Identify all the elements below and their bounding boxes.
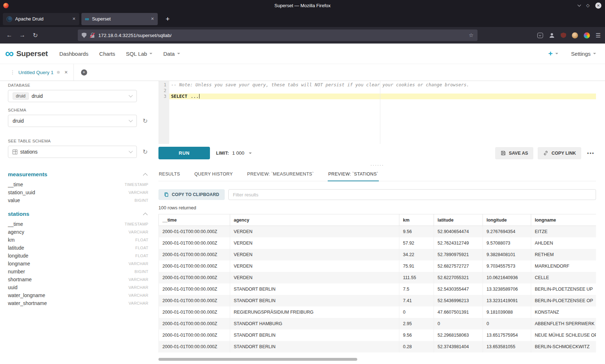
column-row: __timeTIMESTAMP — [8, 181, 148, 188]
window-close-icon[interactable]: ✕ — [595, 3, 601, 9]
extension-pinwheel-icon[interactable] — [584, 32, 590, 38]
settings-menu[interactable]: Settings — [571, 51, 596, 57]
database-select[interactable]: druid druid — [8, 90, 137, 102]
run-button[interactable]: RUN — [158, 147, 210, 159]
results-tab-results[interactable]: RESULTS — [158, 168, 180, 181]
limit-dropdown[interactable]: LIMIT: 1 000 — [216, 150, 252, 156]
profile-avatar-icon[interactable] — [572, 32, 578, 38]
browser-toolbar: ← → ↻ 172.18.0.4:32251/superset/sqllab/ … — [0, 27, 605, 44]
horizontal-scrollbar[interactable] — [158, 358, 357, 361]
query-tab-untitled-query-1[interactable]: ⋮ Untitled Query 1 ✕ — [8, 64, 74, 81]
table-cell: 2000-01-01T00:00:00.000Z — [159, 260, 230, 272]
results-tab-query-history[interactable]: QUERY HISTORY — [194, 168, 233, 181]
caret-down-icon — [149, 53, 152, 54]
bookmark-star-icon[interactable]: ☆ — [469, 32, 474, 38]
pocket-icon[interactable] — [537, 33, 543, 38]
nav-item-sql-lab[interactable]: SQL Lab — [126, 51, 153, 57]
nav-item-data[interactable]: Data — [163, 51, 180, 57]
column-header-longname[interactable]: longname — [531, 214, 596, 226]
table-cell: 52.7624312749 — [434, 237, 483, 249]
editor-code-area[interactable]: -- Note: Unless you save your query, the… — [169, 81, 596, 144]
hamburger-menu-icon[interactable]: ☰ — [596, 32, 601, 39]
collapse-chevron-icon[interactable] — [143, 213, 148, 217]
new-tab-button[interactable]: + — [163, 15, 172, 23]
column-type: TIMESTAMP — [125, 182, 148, 187]
tab-close-icon[interactable]: ✕ — [72, 17, 76, 21]
table-row: 2000-01-01T00:00:00.000ZVERDEN57.9252.76… — [159, 237, 596, 249]
limit-value: 1 000 — [232, 150, 245, 156]
sql-lab-main: DATABASE druid druid SCHEMA druid ↻ SEE … — [0, 81, 605, 364]
schema-select[interactable]: druid — [8, 115, 137, 127]
column-type: FLOAT — [135, 238, 148, 242]
table-row: 2000-01-01T00:00:00.000ZVERDEN34.2252.78… — [159, 249, 596, 260]
column-header-longitude[interactable]: longitude — [483, 214, 531, 226]
schema-table-header[interactable]: measurements — [8, 170, 148, 178]
url-text[interactable]: 172.18.0.4:32251/superset/sqllab/ — [98, 33, 171, 38]
query-tab-close-icon[interactable]: ✕ — [64, 70, 68, 75]
table-cell: 2000-01-01T00:00:00.000Z — [159, 226, 230, 237]
add-query-tab-button[interactable]: + — [81, 69, 87, 76]
nav-item-charts[interactable]: Charts — [99, 51, 115, 57]
refresh-table-icon[interactable]: ↻ — [143, 148, 148, 156]
editor-toolbar: RUN LIMIT: 1 000 SAVE AS COPY LINK ••• — [158, 147, 596, 159]
database-value: druid — [32, 93, 43, 99]
column-row: latitudeFLOAT — [8, 244, 148, 252]
table-cell: 13.3231419091 — [483, 295, 531, 306]
column-header-km[interactable]: km — [399, 214, 434, 226]
column-header-agency[interactable]: agency — [230, 214, 399, 226]
collapse-chevron-icon[interactable] — [143, 173, 148, 178]
results-tab-preview-stations[interactable]: PREVIEW: `STATIONS` — [328, 168, 378, 181]
account-icon[interactable] — [549, 32, 555, 38]
table-cell: 9.181039088 — [483, 306, 531, 318]
ublock-shield-icon[interactable] — [561, 32, 566, 38]
nav-item-dashboards[interactable]: Dashboards — [59, 51, 89, 57]
table-cell: BERLIN-PLOETZENSEE UP — [531, 283, 596, 295]
reload-button[interactable]: ↻ — [30, 32, 40, 39]
table-cell: RETHEM — [531, 249, 596, 260]
table-select[interactable]: stations — [8, 146, 137, 158]
window-minimize-icon[interactable] — [577, 3, 581, 7]
drag-handle-icon[interactable]: ⋮ — [10, 69, 15, 75]
column-row: kmFLOAT — [8, 236, 148, 244]
table-cell: VERDEN — [230, 272, 399, 283]
table-cell: 13.3238589706 — [483, 283, 531, 295]
results-table-body: 2000-01-01T00:00:00.000ZVERDEN9.5652.904… — [159, 226, 596, 352]
sql-editor[interactable]: 1 2 3 -- Note: Unless you save your quer… — [158, 81, 596, 144]
browser-tab-apache-druid[interactable]: Apache Druid ✕ — [3, 13, 79, 25]
column-header-latitude[interactable]: latitude — [434, 214, 483, 226]
insecure-lock-icon[interactable] — [90, 33, 95, 38]
add-menu-button[interactable]: + — [548, 49, 558, 58]
sql-keyword: SELECT — [171, 94, 187, 99]
browser-tabbar: Apache Druid ✕ ∞ Superset ✕ + — [0, 11, 605, 27]
column-header-time[interactable]: __time — [159, 214, 230, 226]
save-as-button[interactable]: SAVE AS — [495, 147, 534, 159]
schema-table-stations: stations__timeTIMESTAMPagencyVARCHARkmFL… — [8, 210, 148, 307]
schema-table-header[interactable]: stations — [8, 210, 148, 218]
forward-button[interactable]: → — [17, 32, 27, 39]
line-number: 3 — [158, 94, 166, 99]
filter-results-input[interactable] — [228, 189, 596, 200]
table-cell: NEUE MÜHLE SCHLEUSE OP — [531, 329, 596, 341]
copy-to-clipboard-button[interactable]: COPY TO CLIPBOARD — [158, 189, 225, 200]
superset-logo[interactable]: ∞ Superset — [5, 49, 48, 58]
table-cell: 57.92 — [399, 237, 434, 249]
table-row: 2000-01-01T00:00:00.000ZVERDEN111.5552.6… — [159, 272, 596, 283]
pane-resize-handle[interactable]: ······ — [158, 161, 596, 168]
table-cell: STANDORT BERLIN — [230, 329, 399, 341]
more-actions-button[interactable]: ••• — [586, 150, 596, 156]
results-tab-preview-measurements[interactable]: PREVIEW: `MEASUREMENTS` — [247, 168, 314, 181]
back-button[interactable]: ← — [4, 32, 14, 39]
line-number: 1 — [158, 82, 166, 88]
table-cell: 2000-01-01T00:00:00.000Z — [159, 318, 230, 329]
table-cell: ABBENFLETH SPERRWERK — [531, 318, 596, 329]
copy-link-button[interactable]: COPY LINK — [538, 147, 581, 159]
window-maximize-icon[interactable]: ◇ — [586, 3, 590, 8]
url-bar[interactable]: 172.18.0.4:32251/superset/sqllab/ ☆ — [78, 29, 478, 41]
tab-close-icon[interactable]: ✕ — [151, 17, 154, 21]
table-schema-label: SEE TABLE SCHEMA — [8, 139, 148, 143]
unsaved-indicator-dot — [57, 71, 60, 74]
refresh-schema-icon[interactable]: ↻ — [143, 117, 148, 125]
tracking-protection-shield-icon[interactable] — [82, 33, 86, 38]
browser-tab-superset[interactable]: ∞ Superset ✕ — [81, 13, 158, 25]
table-cell: 0 — [399, 306, 434, 318]
